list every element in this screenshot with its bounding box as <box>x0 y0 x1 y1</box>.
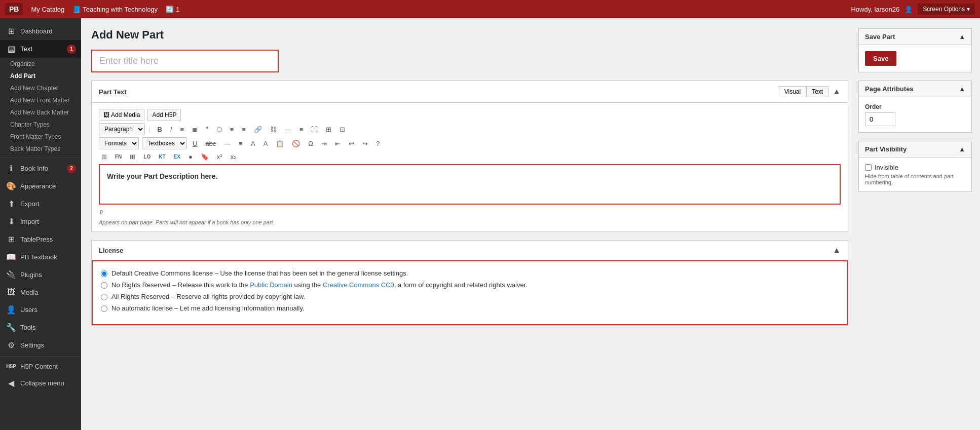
page-attributes-toggle-icon: ▲ <box>959 85 965 93</box>
sidebar-item-text[interactable]: ▤ Text 1 <box>0 40 81 58</box>
underline-btn[interactable]: U <box>190 138 200 149</box>
align-left-btn[interactable]: ⬡ <box>214 124 224 135</box>
table-btn[interactable]: ⊞ <box>323 124 334 135</box>
textboxes-select[interactable]: Textboxes <box>142 137 187 149</box>
strikethrough-btn[interactable]: abc <box>203 138 218 149</box>
insert-more-btn[interactable]: — <box>282 124 294 135</box>
fn-btn[interactable]: FN <box>112 152 124 161</box>
sidebar-item-appearance[interactable]: 🎨 Appearance <box>0 177 81 195</box>
license-default-radio[interactable] <box>101 270 107 277</box>
italic-btn[interactable]: I <box>168 124 175 135</box>
visual-tab[interactable]: Visual <box>779 86 806 97</box>
clear-format-btn[interactable]: 🚫 <box>289 138 303 149</box>
font-color-bg-btn[interactable]: A <box>261 138 271 149</box>
hr-btn[interactable]: — <box>221 138 233 149</box>
paragraph-select[interactable]: Paragraph <box>99 123 145 135</box>
chevron-down-icon: ▾ <box>967 6 970 13</box>
public-domain-link[interactable]: Public Domain <box>250 281 292 289</box>
outdent-btn[interactable]: ⇤ <box>332 138 343 149</box>
superscript-btn[interactable]: x² <box>214 151 225 162</box>
align-right-btn[interactable]: ≡ <box>239 124 248 135</box>
grid-btn[interactable]: ⊞ <box>127 151 138 162</box>
circle-btn[interactable]: ● <box>186 151 195 162</box>
sidebar-item-collapse[interactable]: ◀ Collapse menu <box>0 374 81 392</box>
align-center-btn[interactable]: ≡ <box>228 124 237 135</box>
pending-link[interactable]: 🔄 1 <box>166 6 179 13</box>
order-label: Order <box>865 103 965 110</box>
table2-btn[interactable]: ⊞ <box>99 151 109 162</box>
sidebar-item-pb-textbook[interactable]: 📖 PB Textbook <box>0 248 81 266</box>
sidebar-item-organize[interactable]: Organize <box>6 58 81 70</box>
page-attributes-header[interactable]: Page Attributes ▲ <box>859 81 971 97</box>
license-no-auto-radio[interactable] <box>101 305 107 312</box>
license-all-rights-radio[interactable] <box>101 294 107 300</box>
my-catalog-link[interactable]: My Catalog <box>31 6 64 13</box>
sidebar-item-front-matter-types[interactable]: Front Matter Types <box>6 131 81 143</box>
part-text-toggle-icon[interactable]: ▲ <box>833 87 841 96</box>
sidebar-item-settings[interactable]: ⚙ Settings <box>0 336 81 354</box>
license-toggle-icon[interactable]: ▲ <box>833 246 841 255</box>
sidebar-item-tablepress[interactable]: ⊞ TablePress <box>0 230 81 248</box>
help-btn[interactable]: ? <box>373 138 382 149</box>
formats-select[interactable]: Formats <box>99 137 139 149</box>
indent-btn[interactable]: ⇥ <box>319 138 329 149</box>
ol-btn[interactable]: ≣ <box>190 124 200 135</box>
title-input[interactable] <box>91 50 279 72</box>
sidebar-item-tools[interactable]: 🔧 Tools <box>0 319 81 336</box>
sidebar-item-back-matter-types[interactable]: Back Matter Types <box>6 143 81 155</box>
fullscreen-btn[interactable]: ⛶ <box>309 124 320 135</box>
sidebar-item-chapter-types[interactable]: Chapter Types <box>6 119 81 131</box>
book-title-link[interactable]: 📘 Teaching with Technology <box>72 6 158 13</box>
sidebar-item-add-part[interactable]: Add Part <box>6 70 81 82</box>
add-h5p-button[interactable]: Add H5P <box>147 109 181 121</box>
unlink-btn[interactable]: ⛓ <box>268 124 279 135</box>
sidebar-item-media[interactable]: 🖼 Media <box>0 284 81 301</box>
settings-icon: ⚙ <box>6 340 16 350</box>
ex-btn[interactable]: EX <box>171 152 183 161</box>
cc0-link[interactable]: Creative Commons CC0 <box>323 281 394 289</box>
invisible-checkbox[interactable] <box>865 164 872 171</box>
sidebar-item-export[interactable]: ⬆ Export <box>0 195 81 213</box>
toolbar3-btn[interactable]: ≡ <box>297 124 306 135</box>
save-part-header[interactable]: Save Part ▲ <box>859 29 971 45</box>
ul-btn[interactable]: ≡ <box>177 124 186 135</box>
paste-btn[interactable]: 📋 <box>273 138 286 149</box>
blockquote-btn[interactable]: " <box>203 124 211 135</box>
order-input[interactable] <box>865 112 895 126</box>
import-icon: ⬇ <box>6 217 16 226</box>
user-avatar-icon: 👤 <box>904 6 913 13</box>
sidebar-item-users[interactable]: 👤 Users <box>0 301 81 319</box>
sidebar-item-h5p[interactable]: H5P H5P Content <box>0 359 81 374</box>
bookmark-btn[interactable]: 🔖 <box>198 151 211 162</box>
sidebar-label-text: Text <box>20 45 32 53</box>
sidebar-item-book-info[interactable]: ℹ Book Info 2 <box>0 160 81 177</box>
sidebar-item-add-back-matter[interactable]: Add New Back Matter <box>6 106 81 119</box>
bold-btn[interactable]: B <box>155 124 164 135</box>
add-media-button[interactable]: 🖼 Add Media <box>99 109 144 121</box>
sidebar-item-import[interactable]: ⬇ Import <box>0 213 81 230</box>
subscript-btn[interactable]: x₂ <box>228 151 239 162</box>
screen-options-button[interactable]: Screen Options ▾ <box>918 4 975 15</box>
part-text-header[interactable]: Part Text Visual Text ▲ <box>92 81 848 103</box>
lo-btn[interactable]: LO <box>141 152 153 161</box>
undo-btn[interactable]: ↩ <box>346 138 357 149</box>
kt-btn[interactable]: KT <box>156 152 168 161</box>
license-header[interactable]: License ▲ <box>92 241 848 260</box>
sidebar-label-book-info: Book Info <box>20 165 48 172</box>
text-tab[interactable]: Text <box>806 86 828 97</box>
save-button[interactable]: Save <box>865 51 896 66</box>
part-visibility-body: Invisible Hide from table of contents an… <box>859 158 971 191</box>
justify-btn[interactable]: ≡ <box>236 138 245 149</box>
special-char-btn[interactable]: Ω <box>306 138 316 149</box>
license-no-rights-radio[interactable] <box>101 282 107 289</box>
sidebar-item-add-front-matter[interactable]: Add New Front Matter <box>6 94 81 106</box>
link-btn[interactable]: 🔗 <box>251 124 265 135</box>
sidebar-item-dashboard[interactable]: ⊞ Dashboard <box>0 22 81 40</box>
part-visibility-header[interactable]: Part Visibility ▲ <box>859 141 971 158</box>
redo-btn[interactable]: ↪ <box>360 138 370 149</box>
sidebar-item-plugins[interactable]: 🔌 Plugins <box>0 266 81 284</box>
distraction-free-btn[interactable]: ⊡ <box>337 124 348 135</box>
editor-area[interactable]: Write your Part Description here. <box>99 164 841 205</box>
font-color-btn[interactable]: A <box>248 138 258 149</box>
sidebar-item-add-chapter[interactable]: Add New Chapter <box>6 82 81 94</box>
